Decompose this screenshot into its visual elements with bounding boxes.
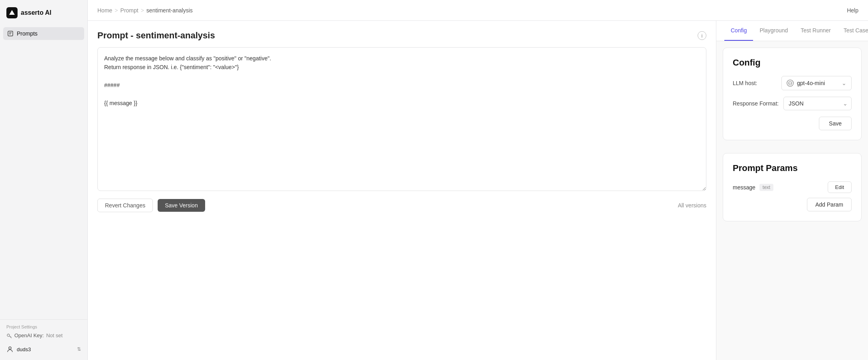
breadcrumb-sep1: > — [115, 7, 118, 14]
help-link[interactable]: Help — [847, 7, 858, 14]
prompt-title-prefix: Prompt - — [97, 30, 133, 40]
config-save-row: Save — [733, 117, 852, 130]
add-param-row: Add Param — [733, 198, 852, 211]
user-chevron-icon[interactable]: ⇅ — [77, 346, 81, 352]
prompt-title-name: sentiment-analysis — [136, 30, 215, 40]
topnav: Home > Prompt > sentiment-analysis Help — [88, 0, 868, 21]
username: duds3 — [17, 346, 31, 352]
llm-host-value: gpt-4o-mini — [797, 80, 825, 86]
llm-host-select-wrapper: gpt-4o-mini ⌄ — [781, 76, 852, 90]
param-name: message — [733, 184, 755, 191]
sidebar: asserto AI Prompts Project Settings Open… — [0, 0, 88, 360]
breadcrumb: Home > Prompt > sentiment-analysis — [97, 7, 193, 14]
config-card: Config LLM host: gpt-4o-mini ⌄ — [723, 48, 862, 140]
prompt-title: Prompt - sentiment-analysis — [97, 30, 215, 41]
tab-test-runner[interactable]: Test Runner — [794, 21, 837, 41]
sidebar-item-prompts[interactable]: Prompts — [3, 27, 84, 40]
tab-test-cases[interactable]: Test Cases — [837, 21, 868, 41]
tab-config[interactable]: Config — [724, 21, 753, 41]
response-format-label: Response Format: — [733, 100, 779, 107]
tabs-bar: Config Playground Test Runner Test Cases — [716, 21, 868, 41]
logo-icon — [6, 7, 18, 18]
breadcrumb-current: sentiment-analysis — [146, 7, 193, 14]
sidebar-bottom: Project Settings OpenAI Key: Not set dud… — [0, 319, 87, 360]
breadcrumb-home[interactable]: Home — [97, 7, 112, 14]
llm-host-row: LLM host: gpt-4o-mini ⌄ — [733, 76, 852, 90]
svg-line-5 — [10, 336, 11, 337]
revert-button[interactable]: Revert Changes — [97, 199, 153, 212]
all-versions-link[interactable]: All versions — [678, 202, 706, 209]
main-area: Home > Prompt > sentiment-analysis Help … — [88, 0, 868, 360]
prompt-actions: Revert Changes Save Version All versions — [97, 199, 706, 212]
llm-host-chevron: ⌄ — [842, 80, 846, 86]
info-icon[interactable]: i — [698, 31, 706, 40]
user-row: duds3 ⇅ — [6, 343, 81, 355]
param-row: message text Edit — [733, 181, 852, 193]
param-type-badge: text — [759, 184, 773, 191]
svg-rect-0 — [8, 31, 13, 36]
add-param-button[interactable]: Add Param — [807, 198, 852, 211]
openai-key-value: Not set — [46, 332, 63, 338]
openai-key-label: OpenAI Key: — [14, 332, 44, 338]
key-icon — [6, 333, 12, 338]
user-icon — [6, 346, 14, 353]
tab-playground[interactable]: Playground — [753, 21, 794, 41]
svg-point-6 — [9, 347, 11, 349]
middle-panel: Prompt - sentiment-analysis i Revert Cha… — [88, 21, 716, 360]
param-edit-button[interactable]: Edit — [828, 181, 852, 193]
openai-key-row: OpenAI Key: Not set — [6, 332, 81, 338]
config-save-button[interactable]: Save — [819, 117, 852, 130]
svg-point-3 — [7, 334, 10, 336]
app-logo: asserto AI — [0, 0, 87, 26]
app-name: asserto AI — [21, 9, 51, 16]
response-format-select-wrapper: JSON Text ⌄ — [783, 97, 852, 110]
project-settings-label: Project Settings — [6, 324, 81, 329]
response-format-row: Response Format: JSON Text ⌄ — [733, 97, 852, 110]
breadcrumb-sep2: > — [141, 7, 144, 14]
content-area: Prompt - sentiment-analysis i Revert Cha… — [88, 21, 868, 360]
llm-host-label: LLM host: — [733, 80, 777, 86]
prompts-icon — [7, 30, 14, 37]
config-card-title: Config — [733, 58, 852, 68]
user-info: duds3 — [6, 346, 31, 353]
prompt-header: Prompt - sentiment-analysis i — [97, 30, 706, 41]
prompt-textarea[interactable] — [97, 47, 706, 191]
prompt-params-card: Prompt Params message text Edit Add Para… — [723, 153, 862, 221]
save-version-button[interactable]: Save Version — [158, 199, 205, 212]
right-panel: Config Playground Test Runner Test Cases… — [716, 21, 868, 360]
response-format-select[interactable]: JSON Text — [783, 97, 852, 110]
sidebar-item-label: Prompts — [17, 30, 38, 37]
prompt-params-title: Prompt Params — [733, 163, 852, 173]
breadcrumb-prompt[interactable]: Prompt — [121, 7, 138, 14]
sidebar-nav: Prompts — [0, 26, 87, 319]
llm-host-select[interactable]: gpt-4o-mini ⌄ — [781, 76, 852, 90]
openai-logo-icon — [787, 80, 794, 87]
